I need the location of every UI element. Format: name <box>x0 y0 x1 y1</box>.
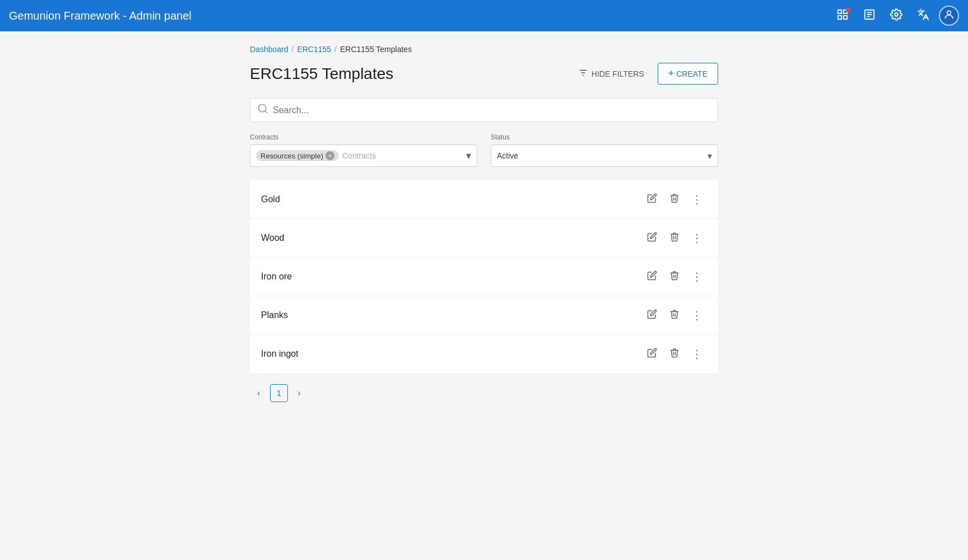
hide-filters-button[interactable]: HIDE FILTERS <box>571 63 651 84</box>
page-title: ERC1155 Templates <box>250 65 393 83</box>
breadcrumb-dashboard[interactable]: Dashboard <box>250 45 288 54</box>
delete-icon <box>669 270 680 283</box>
list-item: Gold ⋮ <box>250 180 718 219</box>
prev-icon: ‹ <box>257 388 260 398</box>
item-actions-gold: ⋮ <box>642 189 707 209</box>
edit-button-iron-ingot[interactable] <box>642 344 662 364</box>
item-actions-planks: ⋮ <box>642 305 707 325</box>
more-icon: ⋮ <box>691 193 702 206</box>
status-label: Status <box>491 133 718 141</box>
edit-icon <box>647 193 657 206</box>
delete-icon <box>669 232 680 245</box>
contracts-chip: Resources (simple) × <box>256 150 339 161</box>
hide-filters-label: HIDE FILTERS <box>592 69 644 78</box>
search-icon <box>257 103 268 117</box>
create-label: CREATE <box>676 69 708 78</box>
more-icon: ⋮ <box>691 347 702 361</box>
filters-row: Contracts Resources (simple) × Contracts… <box>250 133 718 167</box>
item-name-gold: Gold <box>261 194 280 204</box>
chip-close-button[interactable]: × <box>325 151 334 160</box>
status-value: Active <box>497 151 518 160</box>
create-button[interactable]: + CREATE <box>658 63 718 85</box>
breadcrumb: Dashboard / ERC1155 / ERC1155 Templates <box>250 45 718 54</box>
docs-icon <box>863 8 876 24</box>
pagination: ‹ 1 › <box>250 384 718 402</box>
delete-button-iron-ore[interactable] <box>664 267 685 287</box>
contracts-arrow-icon: ▾ <box>466 150 471 162</box>
more-icon: ⋮ <box>691 309 702 322</box>
more-button-iron-ingot[interactable]: ⋮ <box>687 344 707 364</box>
svg-line-14 <box>265 111 267 113</box>
pagination-next-button[interactable]: › <box>290 384 308 402</box>
page-number: 1 <box>277 389 281 398</box>
delete-icon <box>669 309 680 322</box>
translate-icon <box>917 8 929 24</box>
more-icon: ⋮ <box>691 270 702 283</box>
pagination-page-1-button[interactable]: 1 <box>270 384 288 402</box>
svg-rect-2 <box>838 15 841 18</box>
edit-icon <box>647 348 657 361</box>
item-actions-wood: ⋮ <box>642 228 707 248</box>
more-button-wood[interactable]: ⋮ <box>687 228 707 248</box>
delete-button-planks[interactable] <box>664 305 685 325</box>
filter-icon <box>578 68 588 80</box>
avatar[interactable] <box>939 6 959 26</box>
delete-button-gold[interactable] <box>664 189 685 209</box>
status-select[interactable]: Active ▾ <box>491 144 718 167</box>
close-icon: × <box>328 153 332 159</box>
header-actions: HIDE FILTERS + CREATE <box>571 63 718 85</box>
edit-button-planks[interactable] <box>642 305 662 325</box>
delete-icon <box>669 193 680 206</box>
avatar-icon <box>943 9 955 22</box>
item-name-iron-ingot: Iron ingot <box>261 349 299 359</box>
edit-icon <box>647 309 657 322</box>
page-header: ERC1155 Templates HIDE FILTERS + CREATE <box>250 63 718 85</box>
svg-point-8 <box>895 13 898 16</box>
list-item: Iron ore ⋮ <box>250 258 718 296</box>
edit-button-gold[interactable] <box>642 189 662 209</box>
settings-icon-btn[interactable] <box>885 4 908 27</box>
contracts-placeholder: Contracts <box>342 151 463 160</box>
more-icon: ⋮ <box>691 231 702 245</box>
list-container: Gold ⋮ Wood <box>250 180 718 373</box>
more-button-gold[interactable]: ⋮ <box>687 189 707 209</box>
breadcrumb-current: ERC1155 Templates <box>340 45 412 54</box>
search-input[interactable] <box>273 105 711 115</box>
edit-icon <box>647 270 657 283</box>
more-button-planks[interactable]: ⋮ <box>687 305 707 325</box>
language-icon-btn[interactable] <box>912 4 934 27</box>
search-bar <box>250 98 718 122</box>
contracts-label: Contracts <box>250 133 477 141</box>
more-button-iron-ore[interactable]: ⋮ <box>687 267 707 287</box>
contracts-select[interactable]: Resources (simple) × Contracts ▾ <box>250 144 477 167</box>
notifications-icon-btn[interactable] <box>831 4 854 27</box>
docs-icon-btn[interactable] <box>858 4 881 27</box>
breadcrumb-sep-2: / <box>334 45 337 54</box>
item-actions-iron-ore: ⋮ <box>642 267 707 287</box>
status-filter-group: Status Active ▾ <box>491 133 718 167</box>
edit-button-iron-ore[interactable] <box>642 267 662 287</box>
delete-button-iron-ingot[interactable] <box>664 344 685 364</box>
pagination-prev-button[interactable]: ‹ <box>250 384 268 402</box>
item-name-iron-ore: Iron ore <box>261 272 292 282</box>
edit-button-wood[interactable] <box>642 228 662 248</box>
contracts-filter-group: Contracts Resources (simple) × Contracts… <box>250 133 477 167</box>
delete-button-wood[interactable] <box>664 228 685 248</box>
item-name-planks: Planks <box>261 310 288 320</box>
next-icon: › <box>297 388 300 398</box>
list-item: Planks ⋮ <box>250 296 718 335</box>
list-item: Wood ⋮ <box>250 219 718 258</box>
svg-rect-0 <box>838 10 841 13</box>
breadcrumb-erc1155[interactable]: ERC1155 <box>297 45 331 54</box>
plus-icon: + <box>668 68 674 80</box>
svg-rect-3 <box>844 15 847 18</box>
app-title: Gemunion Framework - Admin panel <box>9 10 192 22</box>
status-arrow-icon: ▾ <box>708 151 712 161</box>
svg-point-9 <box>947 11 951 15</box>
breadcrumb-sep-1: / <box>292 45 294 54</box>
topbar: Gemunion Framework - Admin panel <box>0 0 968 31</box>
edit-icon <box>647 232 657 245</box>
topbar-actions <box>831 4 959 27</box>
delete-icon <box>669 348 680 361</box>
main-content: Dashboard / ERC1155 / ERC1155 Templates … <box>232 31 736 416</box>
